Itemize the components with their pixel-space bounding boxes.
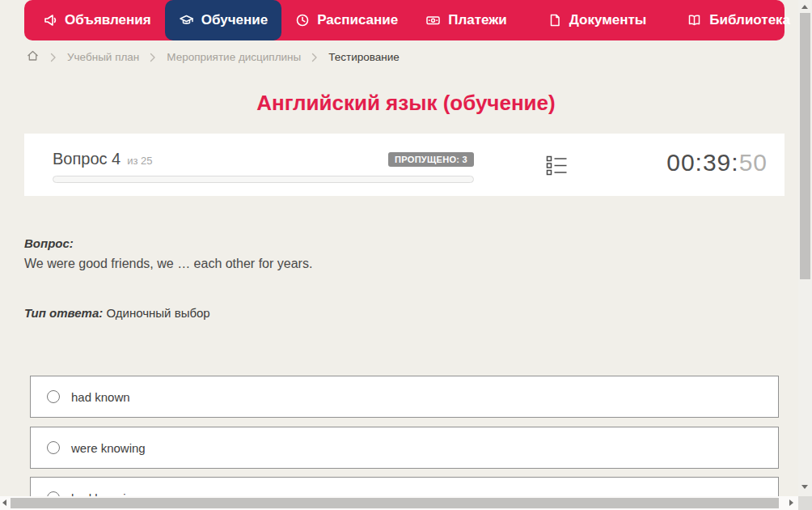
nav-item-label: Библиотека	[709, 12, 790, 28]
nav-item-label: Объявления	[65, 12, 151, 28]
nav-item-announcements[interactable]: Объявления	[29, 0, 165, 40]
question-label: Вопрос:	[24, 236, 74, 250]
breadcrumb-item-discipline-event[interactable]: Мероприятие дисциплины	[167, 51, 301, 63]
nav-item-documents[interactable]: Документы	[534, 0, 661, 40]
timer-seconds: 50	[739, 149, 768, 176]
question-progress-bar	[53, 176, 474, 183]
answer-type-value: Одиночный выбор	[106, 306, 209, 320]
megaphone-icon	[43, 13, 57, 28]
vertical-scrollbar-thumb[interactable]	[800, 13, 810, 279]
main-navbar: Объявления Обучение Расписание Платежи Д…	[24, 0, 785, 40]
home-icon[interactable]	[26, 49, 40, 65]
answer-option[interactable]: had known	[30, 376, 779, 418]
answer-type-row: Тип ответа: Одиночный выбор	[24, 306, 210, 320]
timer: 00:39:50	[666, 149, 768, 176]
question-text: We were good friends, we … each other fo…	[24, 257, 312, 271]
radio-button[interactable]	[47, 441, 60, 454]
nav-item-label: Обучение	[201, 12, 268, 28]
question-status-card: Вопрос 4 из 25 ПРОПУЩЕНО: 3 00:39:50	[24, 134, 785, 196]
nav-item-payments[interactable]: Платежи	[412, 0, 521, 40]
scroll-left-arrow-icon[interactable]	[2, 499, 6, 506]
page-title: Английский язык (обучение)	[0, 91, 812, 116]
timer-main: 00:39:	[666, 149, 738, 176]
nav-item-education[interactable]: Обучение	[165, 0, 281, 40]
horizontal-scrollbar-thumb[interactable]	[11, 498, 779, 508]
answer-option[interactable]: were knowing	[30, 427, 779, 469]
nav-item-label: Платежи	[448, 12, 507, 28]
skipped-badge: ПРОПУЩЕНО: 3	[388, 152, 474, 167]
graduation-cap-icon	[179, 13, 194, 28]
scroll-right-arrow-icon[interactable]	[789, 499, 793, 506]
book-icon	[687, 13, 702, 28]
question-number: Вопрос 4	[53, 150, 121, 168]
breadcrumb-separator-icon	[50, 53, 57, 62]
horizontal-scrollbar[interactable]	[0, 496, 798, 510]
breadcrumb-separator-icon	[150, 53, 156, 62]
breadcrumb-item-testing: Тестирование	[328, 51, 400, 63]
scroll-down-arrow-icon[interactable]	[801, 485, 808, 489]
banknote-icon	[425, 13, 441, 28]
nav-item-label: Расписание	[317, 12, 398, 28]
answer-option-label: were knowing	[71, 441, 146, 455]
nav-item-schedule[interactable]: Расписание	[281, 0, 412, 40]
answer-type-label: Тип ответа:	[24, 306, 103, 320]
scrollbar-corner	[798, 496, 812, 510]
question-progress-block: Вопрос 4 из 25 ПРОПУЩЕНО: 3	[53, 150, 474, 183]
nav-item-label: Документы	[569, 12, 647, 28]
clock-icon	[295, 13, 310, 28]
question-list-icon[interactable]	[546, 155, 568, 180]
scroll-up-arrow-icon[interactable]	[801, 5, 808, 9]
nav-item-library[interactable]: Библиотека	[673, 0, 812, 40]
answer-option-label: had known	[71, 390, 130, 404]
vertical-scrollbar[interactable]	[798, 0, 812, 496]
breadcrumb-item-curriculum[interactable]: Учебный план	[67, 51, 139, 63]
question-total: из 25	[127, 155, 152, 167]
breadcrumb: Учебный план Мероприятие дисциплины Тест…	[26, 49, 400, 65]
document-icon	[548, 13, 562, 28]
radio-button[interactable]	[47, 390, 60, 403]
breadcrumb-separator-icon	[311, 53, 318, 62]
